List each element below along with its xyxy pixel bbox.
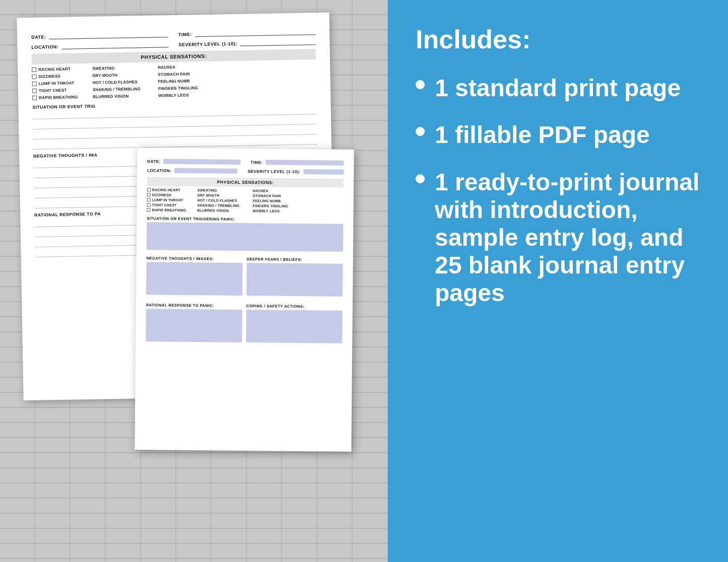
front-sweating: SWEATING bbox=[197, 188, 253, 193]
front-rapid-breathing: RAPID BREATHING bbox=[147, 207, 197, 213]
date-group-front: DATE: bbox=[147, 159, 240, 165]
location-line bbox=[61, 40, 168, 49]
coping-label-front: COPING / SAFETY ACTIONS: bbox=[246, 304, 343, 309]
situation-label-front: SITUATION OR EVENT TRIGGERING PANIC: bbox=[147, 216, 343, 222]
bullet-text-2: 1 fillable PDF page bbox=[435, 121, 650, 149]
front-tight-chest: TIGHT CHEST bbox=[147, 202, 197, 207]
severity-label-front: SEVERITY LEVEL (1-10): bbox=[248, 169, 301, 174]
includes-title: Includes: bbox=[416, 25, 700, 54]
location-label-front: LOCATION: bbox=[147, 168, 171, 173]
severity-line bbox=[240, 38, 315, 46]
two-col-thoughts: NEGATIVE THOUGHTS / IMAGES: DEEPER FEARS… bbox=[146, 253, 343, 299]
bullet-dot-3 bbox=[416, 174, 425, 183]
date-input-front[interactable] bbox=[164, 159, 241, 165]
checkbox-rapid-breathing bbox=[32, 95, 37, 100]
front-feeling-numb: FEELING NUMB bbox=[253, 198, 303, 203]
front-cb-rapid bbox=[147, 208, 151, 212]
symptom-dry-mouth: DRY MOUTH bbox=[92, 72, 158, 79]
front-fingers-tingling: FINGERS TINGLING bbox=[253, 203, 303, 208]
symptoms-grid-back: RACING HEART SWEATING NAUSEA DIZZINESS D… bbox=[32, 61, 316, 101]
deeper-fears-input-front[interactable] bbox=[246, 263, 343, 297]
severity-field-group: SEVERITY LEVEL (1-10): bbox=[178, 38, 315, 47]
date-field-group: DATE: bbox=[31, 30, 168, 40]
time-label: TIME: bbox=[178, 32, 192, 37]
symptom-nausea: NAUSEA bbox=[158, 63, 218, 71]
rational-col: RATIONAL RESPONSE TO PANIC: bbox=[146, 300, 242, 345]
bullet-text-1: 1 standard print page bbox=[435, 74, 681, 102]
physical-header-front: PHYSICAL SENSATIONS: bbox=[147, 177, 344, 187]
includes-list: 1 standard print page 1 fillable PDF pag… bbox=[416, 74, 700, 307]
checkbox-lump-throat bbox=[32, 81, 37, 86]
front-racing-heart: RACING HEART bbox=[147, 187, 197, 192]
time-line bbox=[195, 28, 315, 37]
checkbox-tight-chest bbox=[32, 88, 37, 93]
right-panel: Includes: 1 standard print page 1 fillab… bbox=[388, 0, 728, 562]
front-shaking: SHAKING / TREMBLING bbox=[197, 203, 253, 208]
checkbox-dizziness bbox=[32, 74, 36, 79]
severity-label: SEVERITY LEVEL (1-10): bbox=[178, 41, 237, 47]
front-blurred-vision: BLURRED VISION bbox=[197, 208, 253, 213]
bullet-dot-2 bbox=[416, 127, 425, 136]
paper-front: DATE: TIME: LOCATION: SEVERITY LEVEL (1-… bbox=[135, 148, 354, 452]
time-group-front: TIME: bbox=[250, 160, 344, 166]
symptom-racing-heart: RACING HEART bbox=[32, 65, 92, 73]
symptom-lump-throat: LUMP IN THROAT bbox=[32, 80, 93, 87]
location-field-group: LOCATION: bbox=[31, 40, 168, 50]
front-dizziness: DIZZINESS bbox=[147, 192, 197, 197]
deeper-fears-col: DEEPER FEARS / BELIEFS: bbox=[246, 254, 343, 300]
symptom-sweating: SWEATING bbox=[92, 64, 158, 72]
severity-input-front[interactable] bbox=[303, 169, 344, 175]
front-dry-mouth: DRY MOUTH bbox=[197, 193, 253, 198]
front-stomach-pain: STOMACH PAIN bbox=[253, 193, 303, 198]
negative-label-front: NEGATIVE THOUGHTS / IMAGES: bbox=[147, 256, 243, 261]
coping-input-front[interactable] bbox=[246, 310, 343, 343]
negative-col: NEGATIVE THOUGHTS / IMAGES: bbox=[146, 253, 243, 299]
time-label-front: TIME: bbox=[250, 160, 262, 165]
front-hot-cold: HOT / COLD FLASHES bbox=[197, 198, 253, 203]
bullet-item-1: 1 standard print page bbox=[416, 74, 700, 102]
location-input-front[interactable] bbox=[175, 168, 238, 174]
left-panel: DATE: TIME: LOCATION: SEVERITY LEVEL (1-… bbox=[0, 0, 388, 562]
symptom-dizziness: DIZZINESS bbox=[32, 73, 92, 80]
time-field-group: TIME: bbox=[178, 28, 315, 37]
situation-lines-back bbox=[33, 106, 317, 150]
situation-input-front[interactable] bbox=[147, 222, 343, 251]
symptoms-grid-front: RACING HEART SWEATING NAUSEA DIZZINESS D… bbox=[147, 187, 344, 214]
front-cb-lump bbox=[147, 198, 151, 201]
bullet-item-3: 1 ready-to-print journal with introducti… bbox=[416, 168, 700, 307]
checkbox-racing-heart bbox=[32, 67, 36, 72]
symptom-tight-chest: TIGHT CHEST bbox=[32, 87, 93, 94]
coping-col: COPING / SAFETY ACTIONS: bbox=[246, 301, 343, 346]
front-lump-throat: LUMP IN THROAT bbox=[147, 197, 197, 202]
time-input-front[interactable] bbox=[266, 160, 344, 165]
severity-group-front: SEVERITY LEVEL (1-10): bbox=[248, 169, 344, 175]
front-cb-dizziness bbox=[147, 193, 151, 196]
front-cb-tight bbox=[147, 203, 151, 206]
symptom-shaking: SHAKING / TREMBLING bbox=[93, 86, 158, 93]
bullet-dot-1 bbox=[416, 80, 425, 89]
front-wobbly-legs: WOBBLY LEGS bbox=[253, 208, 303, 214]
deeper-fears-label-front: DEEPER FEARS / BELIEFS: bbox=[247, 257, 343, 262]
negative-input-front[interactable] bbox=[146, 262, 243, 296]
date-time-row: DATE: TIME: bbox=[31, 28, 315, 40]
symptom-hot-cold: HOT / COLD FLASHES bbox=[93, 79, 158, 86]
front-cb-racing bbox=[147, 188, 151, 191]
date-line bbox=[49, 30, 168, 39]
symptom-rapid-breathing: RAPID BREATHING bbox=[32, 94, 93, 101]
symptom-wobbly-legs: WOBBLY LEGS bbox=[158, 91, 219, 98]
location-group-front: LOCATION: bbox=[147, 168, 238, 174]
symptom-stomach-pain: STOMACH PAIN bbox=[158, 71, 218, 78]
location-severity-row-front: LOCATION: SEVERITY LEVEL (1-10): bbox=[147, 168, 344, 174]
date-time-row-front: DATE: TIME: bbox=[147, 159, 344, 165]
two-col-rational: RATIONAL RESPONSE TO PANIC: COPING / SAF… bbox=[146, 300, 343, 346]
bullet-item-2: 1 fillable PDF page bbox=[416, 121, 700, 149]
rational-input-front[interactable] bbox=[146, 309, 242, 342]
symptom-blurred-vision: BLURRED VISION bbox=[93, 93, 158, 100]
location-label: LOCATION: bbox=[31, 44, 58, 50]
rational-label-front: RATIONAL RESPONSE TO PANIC: bbox=[146, 303, 242, 308]
location-severity-row: LOCATION: SEVERITY LEVEL (1-10): bbox=[31, 38, 315, 50]
front-nausea: NAUSEA bbox=[253, 188, 303, 193]
bullet-text-3: 1 ready-to-print journal with introducti… bbox=[435, 168, 700, 307]
symptom-fingers-tingling: FINGERS TINGLING bbox=[158, 85, 219, 92]
symptom-feeling-numb: FEELING NUMB bbox=[158, 78, 219, 85]
